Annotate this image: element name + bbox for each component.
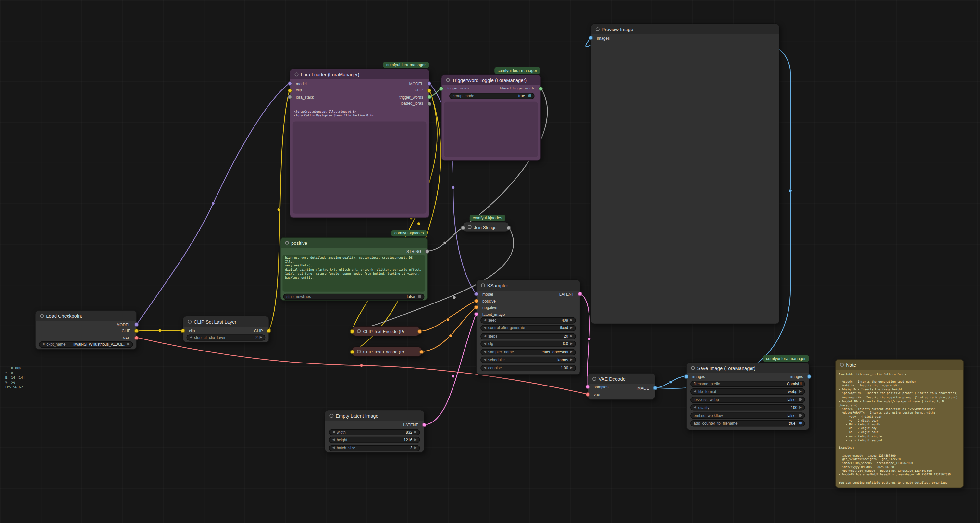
node-empty-latent-image[interactable]: Empty Latent Image LATENT width 832 heig… [325, 410, 425, 452]
trigger-words-area[interactable] [444, 102, 538, 157]
clip-output-pin[interactable] [427, 88, 431, 93]
control-after-generate-widget[interactable]: control after generate fixed [480, 325, 576, 331]
lora-cards-area[interactable] [293, 121, 426, 213]
node-save-image[interactable]: comfyui-lora-manager Save Image (LoraMan… [686, 362, 809, 430]
stepper-right-icon[interactable] [414, 437, 417, 442]
latent-output-pin[interactable] [422, 423, 426, 427]
collapse-toggle-icon[interactable] [188, 320, 191, 323]
node-vae-decode[interactable]: VAE Decode samples vae IMAGE [587, 373, 655, 400]
model-output-pin[interactable] [427, 81, 431, 86]
samples-input-pin[interactable] [585, 385, 590, 389]
stepper-right-icon[interactable] [799, 388, 802, 394]
latent-image-input-pin[interactable] [474, 312, 479, 317]
node-graph-canvas[interactable]: T: 0.00s I: 0 N: 14 [14] V: 29 FPS:56.62… [0, 0, 980, 523]
clip-input-pin[interactable] [288, 88, 292, 93]
stepper-right-icon[interactable] [570, 365, 573, 371]
vae-input-pin[interactable] [585, 392, 590, 397]
model-output-pin[interactable] [134, 322, 139, 327]
stepper-left-icon[interactable] [484, 325, 486, 331]
node-clip-set-last-layer[interactable]: CLIP Set Last Layer clip CLIP stop_at_cl… [183, 316, 269, 342]
toggle-knob-icon[interactable] [418, 295, 422, 298]
lossless-webp-toggle-widget[interactable]: lossless_webp false [690, 396, 805, 403]
clip-output-pin[interactable] [267, 329, 271, 333]
conditioning-output-pin[interactable] [419, 350, 424, 354]
file-format-widget[interactable]: file_format webp [690, 388, 805, 395]
string-input-pin[interactable] [461, 226, 465, 230]
group-mode-toggle-widget[interactable]: group_mode true [449, 93, 535, 99]
stepper-left-icon[interactable] [332, 429, 335, 435]
denoise-widget[interactable]: denoise 1.00 [480, 365, 576, 371]
collapse-toggle-icon[interactable] [329, 414, 333, 418]
collapse-toggle-icon[interactable] [840, 363, 844, 367]
stepper-left-icon[interactable] [484, 317, 486, 323]
height-widget[interactable]: height 1216 [329, 437, 420, 443]
width-widget[interactable]: width 832 [329, 429, 420, 435]
node-header[interactable]: Lora Loader (LoraManager) [290, 70, 429, 79]
collapse-toggle-icon[interactable] [285, 241, 289, 244]
node-header[interactable]: KSampler [477, 281, 580, 290]
stop-at-clip-layer-widget[interactable]: stop_at_clip_layer -2 [186, 334, 265, 341]
stepper-left-icon[interactable] [484, 365, 486, 371]
node-header[interactable]: TriggerWord Toggle (LoraManager) [442, 75, 541, 85]
string-output-pin[interactable] [506, 226, 511, 230]
node-header[interactable]: Preview Image [591, 24, 779, 34]
trigger-words-input-pin[interactable] [439, 87, 444, 91]
cfg-widget[interactable]: cfg 8.0 [480, 341, 576, 347]
image-output-pin[interactable] [653, 386, 657, 390]
images-input-pin[interactable] [589, 36, 593, 40]
negative-input-pin[interactable] [474, 305, 479, 310]
node-header[interactable]: Save Image (LoraManager) [687, 363, 808, 373]
node-header[interactable]: positive [281, 238, 427, 248]
stepper-right-icon[interactable] [570, 333, 573, 339]
node-ksampler[interactable]: KSampler model positive negative latent_… [476, 280, 581, 375]
collapse-toggle-icon[interactable] [295, 73, 298, 76]
clip-output-pin[interactable] [134, 329, 139, 333]
collapse-toggle-icon[interactable] [592, 377, 596, 381]
loaded-loras-output-pin[interactable] [427, 102, 431, 106]
string-output-pin[interactable] [425, 249, 430, 254]
positive-input-pin[interactable] [474, 299, 479, 303]
steps-widget[interactable]: steps 20 [480, 333, 576, 339]
node-triggerword-toggle[interactable]: comfyui-lora-manager TriggerWord Toggle … [441, 74, 541, 161]
collapse-toggle-icon[interactable] [446, 78, 450, 82]
toggle-knob-icon[interactable] [528, 94, 531, 98]
stepper-right-icon[interactable] [799, 404, 802, 410]
node-header[interactable]: Note [835, 360, 963, 370]
add-counter-toggle-widget[interactable]: add_counter_to_filename true [690, 420, 805, 426]
batch-size-widget[interactable]: batch_size 3 [329, 445, 420, 451]
stepper-right-icon[interactable] [570, 325, 573, 331]
images-input-pin[interactable] [684, 374, 689, 379]
stepper-right-icon[interactable] [570, 349, 573, 355]
embed-workflow-toggle-widget[interactable]: embed_workflow false [690, 412, 805, 418]
node-header[interactable]: Empty Latent Image [325, 410, 424, 420]
quality-widget[interactable]: quality 100 [690, 404, 805, 410]
node-header[interactable]: Load Checkpoint [36, 311, 136, 321]
stepper-right-icon[interactable] [414, 429, 417, 435]
node-clip-text-encode-positive[interactable]: CLIP Text Encode (Pr [352, 326, 420, 336]
node-load-checkpoint[interactable]: Load Checkpoint MODEL CLIP VAE ckpt_name… [35, 310, 137, 350]
vae-output-pin[interactable] [134, 336, 139, 340]
collapse-toggle-icon[interactable] [357, 350, 361, 353]
stepper-right-icon[interactable] [570, 317, 573, 323]
collapse-toggle-icon[interactable] [691, 366, 695, 370]
toggle-knob-icon[interactable] [799, 422, 802, 425]
clip-input-pin[interactable] [350, 329, 355, 334]
stepper-right-icon[interactable] [570, 357, 573, 363]
stepper-left-icon[interactable] [484, 357, 486, 363]
stepper-left-icon[interactable] [694, 388, 696, 394]
node-positive-prompt[interactable]: comfyui-kjnodes positive STRING highres,… [280, 237, 428, 301]
trigger-words-output-pin[interactable] [427, 95, 431, 99]
toggle-knob-icon[interactable] [799, 414, 802, 417]
latent-output-pin[interactable] [578, 292, 582, 296]
stepper-right-icon[interactable] [260, 334, 262, 341]
lora-stack-input-pin[interactable] [288, 95, 292, 99]
stepper-left-icon[interactable] [484, 349, 486, 355]
images-output-pin[interactable] [807, 374, 811, 379]
stepper-left-icon[interactable] [42, 341, 45, 347]
node-join-strings[interactable]: comfyui-kjnodes Join Strings [463, 222, 509, 232]
collapse-toggle-icon[interactable] [481, 284, 485, 287]
stepper-left-icon[interactable] [189, 334, 192, 341]
stepper-left-icon[interactable] [484, 341, 486, 347]
collapse-toggle-icon[interactable] [357, 330, 361, 333]
node-note[interactable]: Note Available filename_prefix Pattern C… [835, 359, 964, 488]
